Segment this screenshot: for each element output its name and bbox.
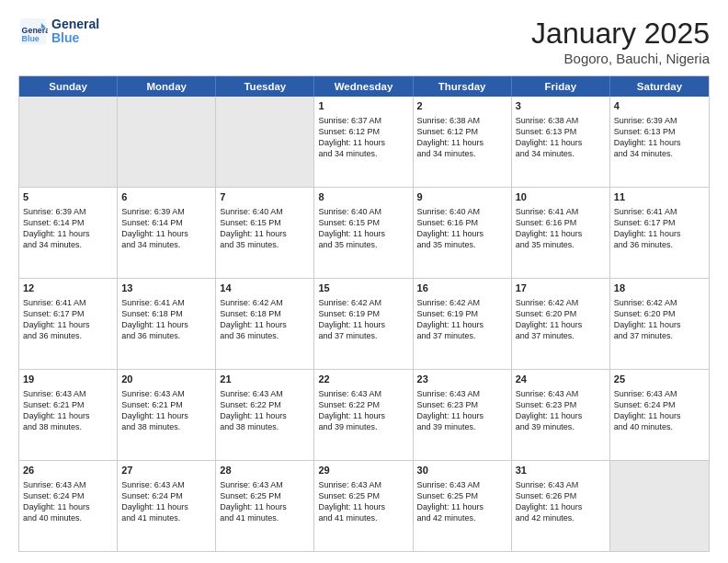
calendar-cell: 3Sunrise: 6:38 AM Sunset: 6:13 PM Daylig…: [512, 97, 610, 187]
calendar-cell: [216, 97, 314, 187]
cell-info: Sunrise: 6:43 AM Sunset: 6:23 PM Dayligh…: [417, 388, 507, 433]
calendar-row: 5Sunrise: 6:39 AM Sunset: 6:14 PM Daylig…: [19, 188, 709, 279]
page: General Blue General Blue January 2025 B…: [0, 0, 728, 563]
calendar-cell: 10Sunrise: 6:41 AM Sunset: 6:16 PM Dayli…: [512, 188, 610, 278]
day-number: 27: [121, 464, 211, 477]
calendar-cell: 15Sunrise: 6:42 AM Sunset: 6:19 PM Dayli…: [314, 279, 413, 369]
calendar-row: 19Sunrise: 6:43 AM Sunset: 6:21 PM Dayli…: [19, 370, 709, 461]
weekday-header: Friday: [512, 76, 610, 97]
calendar-cell: 31Sunrise: 6:43 AM Sunset: 6:26 PM Dayli…: [512, 461, 610, 551]
calendar-cell: 2Sunrise: 6:38 AM Sunset: 6:12 PM Daylig…: [414, 97, 512, 187]
calendar-cell: 13Sunrise: 6:41 AM Sunset: 6:18 PM Dayli…: [118, 279, 216, 369]
page-subtitle: Bogoro, Bauchi, Nigeria: [531, 51, 710, 66]
day-number: 31: [516, 464, 606, 477]
cell-info: Sunrise: 6:42 AM Sunset: 6:20 PM Dayligh…: [614, 297, 705, 342]
calendar-row: 1Sunrise: 6:37 AM Sunset: 6:12 PM Daylig…: [19, 97, 709, 188]
calendar-cell: 27Sunrise: 6:43 AM Sunset: 6:24 PM Dayli…: [118, 461, 216, 551]
cell-info: Sunrise: 6:43 AM Sunset: 6:24 PM Dayligh…: [614, 388, 705, 433]
day-number: 26: [23, 464, 113, 477]
day-number: 7: [220, 190, 310, 204]
day-number: 30: [417, 464, 507, 477]
calendar-cell: 12Sunrise: 6:41 AM Sunset: 6:17 PM Dayli…: [19, 279, 118, 369]
day-number: 11: [614, 190, 705, 204]
cell-info: Sunrise: 6:42 AM Sunset: 6:19 PM Dayligh…: [417, 297, 507, 342]
logo-general: General: [51, 17, 99, 31]
cell-info: Sunrise: 6:39 AM Sunset: 6:13 PM Dayligh…: [614, 115, 705, 160]
cell-info: Sunrise: 6:43 AM Sunset: 6:24 PM Dayligh…: [121, 479, 211, 524]
day-number: 25: [614, 373, 705, 386]
cell-info: Sunrise: 6:43 AM Sunset: 6:25 PM Dayligh…: [417, 479, 507, 524]
cell-info: Sunrise: 6:42 AM Sunset: 6:18 PM Dayligh…: [220, 297, 310, 342]
cell-info: Sunrise: 6:43 AM Sunset: 6:21 PM Dayligh…: [23, 388, 113, 433]
day-number: 23: [417, 373, 507, 386]
calendar: SundayMondayTuesdayWednesdayThursdayFrid…: [18, 75, 710, 552]
calendar-cell: 21Sunrise: 6:43 AM Sunset: 6:22 PM Dayli…: [216, 370, 314, 460]
day-number: 3: [516, 99, 606, 113]
weekday-header: Saturday: [610, 76, 709, 97]
cell-info: Sunrise: 6:39 AM Sunset: 6:14 PM Dayligh…: [23, 206, 113, 251]
day-number: 13: [121, 282, 211, 295]
day-number: 6: [121, 190, 211, 204]
logo-icon: General Blue: [18, 17, 48, 46]
calendar-cell: [118, 97, 216, 187]
day-number: 5: [23, 190, 113, 204]
svg-text:Blue: Blue: [22, 34, 40, 43]
calendar-cell: 16Sunrise: 6:42 AM Sunset: 6:19 PM Dayli…: [414, 279, 512, 369]
weekday-header: Wednesday: [314, 76, 413, 97]
logo: General Blue General Blue: [18, 17, 99, 46]
day-number: 17: [516, 282, 606, 295]
cell-info: Sunrise: 6:39 AM Sunset: 6:14 PM Dayligh…: [121, 206, 211, 251]
calendar-cell: 22Sunrise: 6:43 AM Sunset: 6:22 PM Dayli…: [314, 370, 413, 460]
logo-blue: Blue: [51, 31, 99, 45]
calendar-header: SundayMondayTuesdayWednesdayThursdayFrid…: [19, 76, 709, 97]
calendar-row: 26Sunrise: 6:43 AM Sunset: 6:24 PM Dayli…: [19, 461, 709, 551]
calendar-cell: 26Sunrise: 6:43 AM Sunset: 6:24 PM Dayli…: [19, 461, 118, 551]
calendar-cell: 24Sunrise: 6:43 AM Sunset: 6:23 PM Dayli…: [512, 370, 610, 460]
cell-info: Sunrise: 6:37 AM Sunset: 6:12 PM Dayligh…: [318, 115, 408, 160]
day-number: 22: [318, 373, 408, 386]
calendar-cell: 30Sunrise: 6:43 AM Sunset: 6:25 PM Dayli…: [414, 461, 512, 551]
cell-info: Sunrise: 6:40 AM Sunset: 6:15 PM Dayligh…: [220, 206, 310, 251]
cell-info: Sunrise: 6:42 AM Sunset: 6:19 PM Dayligh…: [318, 297, 408, 342]
calendar-cell: [610, 461, 709, 551]
cell-info: Sunrise: 6:43 AM Sunset: 6:25 PM Dayligh…: [220, 479, 310, 524]
cell-info: Sunrise: 6:43 AM Sunset: 6:21 PM Dayligh…: [121, 388, 211, 433]
calendar-cell: 9Sunrise: 6:40 AM Sunset: 6:16 PM Daylig…: [414, 188, 512, 278]
calendar-cell: 28Sunrise: 6:43 AM Sunset: 6:25 PM Dayli…: [216, 461, 314, 551]
calendar-cell: 11Sunrise: 6:41 AM Sunset: 6:17 PM Dayli…: [610, 188, 709, 278]
weekday-header: Thursday: [414, 76, 512, 97]
day-number: 1: [318, 99, 408, 113]
day-number: 28: [220, 464, 310, 477]
calendar-cell: 25Sunrise: 6:43 AM Sunset: 6:24 PM Dayli…: [610, 370, 709, 460]
cell-info: Sunrise: 6:38 AM Sunset: 6:12 PM Dayligh…: [417, 115, 507, 160]
cell-info: Sunrise: 6:43 AM Sunset: 6:22 PM Dayligh…: [318, 388, 408, 433]
calendar-cell: 4Sunrise: 6:39 AM Sunset: 6:13 PM Daylig…: [610, 97, 709, 187]
day-number: 8: [318, 190, 408, 204]
calendar-cell: 18Sunrise: 6:42 AM Sunset: 6:20 PM Dayli…: [610, 279, 709, 369]
day-number: 29: [318, 464, 408, 477]
cell-info: Sunrise: 6:42 AM Sunset: 6:20 PM Dayligh…: [516, 297, 606, 342]
cell-info: Sunrise: 6:40 AM Sunset: 6:15 PM Dayligh…: [318, 206, 408, 251]
calendar-cell: 20Sunrise: 6:43 AM Sunset: 6:21 PM Dayli…: [118, 370, 216, 460]
day-number: 10: [516, 190, 606, 204]
cell-info: Sunrise: 6:40 AM Sunset: 6:16 PM Dayligh…: [417, 206, 507, 251]
calendar-cell: 8Sunrise: 6:40 AM Sunset: 6:15 PM Daylig…: [314, 188, 413, 278]
header: General Blue General Blue January 2025 B…: [18, 17, 710, 66]
cell-info: Sunrise: 6:38 AM Sunset: 6:13 PM Dayligh…: [516, 115, 606, 160]
calendar-cell: 29Sunrise: 6:43 AM Sunset: 6:25 PM Dayli…: [314, 461, 413, 551]
cell-info: Sunrise: 6:43 AM Sunset: 6:25 PM Dayligh…: [318, 479, 408, 524]
weekday-header: Sunday: [19, 76, 118, 97]
calendar-cell: 19Sunrise: 6:43 AM Sunset: 6:21 PM Dayli…: [19, 370, 118, 460]
cell-info: Sunrise: 6:43 AM Sunset: 6:24 PM Dayligh…: [23, 479, 113, 524]
day-number: 24: [516, 373, 606, 386]
cell-info: Sunrise: 6:41 AM Sunset: 6:16 PM Dayligh…: [516, 206, 606, 251]
calendar-cell: 5Sunrise: 6:39 AM Sunset: 6:14 PM Daylig…: [19, 188, 118, 278]
calendar-cell: 14Sunrise: 6:42 AM Sunset: 6:18 PM Dayli…: [216, 279, 314, 369]
cell-info: Sunrise: 6:41 AM Sunset: 6:18 PM Dayligh…: [121, 297, 211, 342]
calendar-cell: 6Sunrise: 6:39 AM Sunset: 6:14 PM Daylig…: [118, 188, 216, 278]
day-number: 2: [417, 99, 507, 113]
calendar-body: 1Sunrise: 6:37 AM Sunset: 6:12 PM Daylig…: [19, 97, 709, 551]
cell-info: Sunrise: 6:41 AM Sunset: 6:17 PM Dayligh…: [23, 297, 113, 342]
cell-info: Sunrise: 6:43 AM Sunset: 6:22 PM Dayligh…: [220, 388, 310, 433]
day-number: 15: [318, 282, 408, 295]
